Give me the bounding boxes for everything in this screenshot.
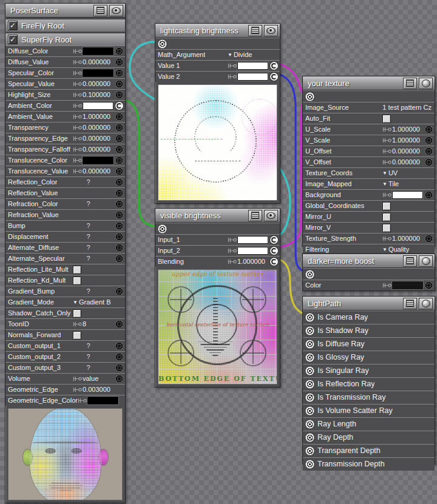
anim-key-icon[interactable]	[73, 59, 82, 65]
anim-key-icon[interactable]	[382, 138, 391, 143]
input-plug[interactable]	[115, 135, 123, 143]
node-menu-button[interactable]	[248, 25, 262, 36]
color-swatch[interactable]	[83, 47, 113, 55]
connected-plug[interactable]	[270, 62, 278, 70]
dropdown-value[interactable]: Quality	[388, 246, 409, 253]
color-swatch[interactable]	[237, 247, 268, 255]
anim-key-icon[interactable]	[73, 125, 82, 130]
anim-key-icon[interactable]	[73, 49, 82, 54]
input-plug[interactable]	[425, 136, 433, 144]
node-header[interactable]: PoserSurface	[5, 4, 125, 18]
color-swatch[interactable]	[392, 191, 423, 199]
anim-key-icon[interactable]	[228, 74, 237, 79]
color-swatch[interactable]	[237, 236, 268, 244]
input-plug[interactable]	[425, 126, 433, 133]
input-plug[interactable]	[115, 113, 123, 121]
node-menu-button[interactable]	[403, 298, 417, 309]
dropdown-value[interactable]: UV	[388, 170, 398, 176]
anim-key-icon[interactable]	[73, 81, 82, 87]
anim-key-icon[interactable]	[228, 237, 237, 243]
anim-key-icon[interactable]	[228, 259, 237, 264]
checkbox[interactable]	[73, 309, 81, 318]
node-menu-button[interactable]	[403, 78, 417, 89]
anim-key-icon[interactable]	[73, 169, 82, 174]
value-field[interactable]: 8	[83, 321, 113, 328]
preview-toggle-button[interactable]	[419, 255, 433, 267]
input-plug[interactable]	[115, 375, 123, 383]
value-field[interactable]: 0.000000	[83, 168, 113, 175]
node-header[interactable]: darker=more boost	[303, 254, 435, 268]
input-plug[interactable]	[115, 167, 123, 175]
anim-key-icon[interactable]	[382, 149, 391, 154]
connected-plug[interactable]	[270, 258, 278, 266]
input-plug[interactable]	[115, 353, 123, 361]
color-swatch[interactable]	[83, 102, 113, 110]
checkbox[interactable]	[73, 331, 81, 340]
output-connector[interactable]	[305, 433, 314, 442]
input-plug[interactable]	[115, 233, 123, 241]
input-plug[interactable]	[115, 244, 123, 252]
root-checkbox[interactable]: ✓	[8, 21, 18, 30]
value-field[interactable]: 0.000000	[392, 148, 423, 155]
dropdown-value[interactable]: Tile	[388, 181, 399, 187]
anim-key-icon[interactable]	[73, 376, 82, 381]
node-menu-button[interactable]	[248, 210, 262, 221]
connected-plug[interactable]	[270, 73, 278, 81]
root-checkbox[interactable]: ✓	[8, 35, 18, 44]
anim-key-icon[interactable]	[73, 70, 82, 76]
value-field[interactable]: 0.000000	[83, 146, 113, 153]
anim-key-icon[interactable]	[73, 103, 82, 109]
input-plug[interactable]	[115, 287, 123, 295]
input-plug[interactable]	[425, 235, 433, 243]
node-header[interactable]: lightcasting brightness	[155, 24, 280, 38]
input-plug[interactable]	[115, 58, 123, 66]
output-connector[interactable]	[305, 92, 314, 101]
node-your-texture[interactable]: your texture Image_Source1 test pattern …	[302, 76, 435, 247]
output-connector[interactable]	[158, 39, 167, 49]
checkbox[interactable]	[382, 202, 391, 210]
value-field[interactable]: 1.000000	[392, 137, 423, 144]
checkbox[interactable]	[382, 115, 391, 123]
input-plug[interactable]	[425, 191, 433, 199]
input-plug[interactable]	[115, 320, 123, 328]
input-plug[interactable]	[115, 364, 123, 372]
output-connector[interactable]	[305, 313, 314, 322]
color-swatch[interactable]	[392, 281, 423, 289]
material-room-canvas[interactable]: PoserSurface ✓FireFly Root✓SuperFly Root…	[0, 0, 437, 504]
input-plug[interactable]	[425, 281, 433, 289]
output-connector[interactable]	[305, 326, 314, 335]
input-plug[interactable]	[115, 146, 123, 153]
anim-key-icon[interactable]	[73, 321, 82, 327]
value-field[interactable]: 1.000000	[83, 113, 113, 120]
value-field[interactable]: 0.000000	[392, 159, 423, 166]
anim-key-icon[interactable]	[382, 192, 391, 198]
dropdown-value[interactable]: Divide	[234, 52, 252, 58]
input-plug[interactable]	[115, 47, 123, 55]
anim-key-icon[interactable]	[73, 147, 82, 152]
output-connector[interactable]	[305, 460, 314, 469]
input-plug[interactable]	[115, 211, 123, 219]
value-field[interactable]: 0.003000	[83, 386, 113, 393]
node-menu-button[interactable]	[93, 5, 107, 16]
value-field[interactable]: 0.100000	[83, 92, 113, 98]
value-field[interactable]: value	[83, 375, 113, 382]
node-header[interactable]: LightPath	[303, 297, 435, 311]
value-field[interactable]: 1.000000	[237, 258, 268, 265]
anim-key-icon[interactable]	[228, 63, 237, 69]
output-connector[interactable]	[305, 270, 314, 279]
node-darker-more-boost[interactable]: darker=more boost Color	[302, 254, 435, 291]
color-swatch[interactable]	[237, 62, 268, 70]
anim-key-icon[interactable]	[382, 236, 391, 241]
output-connector[interactable]	[305, 406, 314, 415]
input-plug[interactable]	[115, 222, 123, 230]
input-plug[interactable]	[115, 200, 123, 208]
anim-key-icon[interactable]	[73, 92, 82, 98]
input-plug[interactable]	[115, 255, 123, 263]
input-plug[interactable]	[115, 156, 123, 164]
connected-plug[interactable]	[115, 102, 123, 110]
input-plug[interactable]	[115, 80, 123, 88]
input-plug[interactable]	[115, 178, 123, 186]
value-field[interactable]: 1.000000	[392, 126, 423, 133]
input-plug[interactable]	[115, 342, 123, 350]
node-lightcasting-brightness[interactable]: lightcasting brightness Math_Argument▼Di…	[155, 23, 280, 204]
